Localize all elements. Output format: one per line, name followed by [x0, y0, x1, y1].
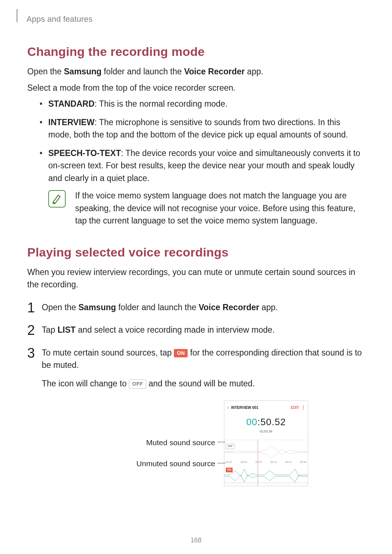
page-number: 168: [0, 535, 392, 545]
text: Open the: [42, 303, 78, 312]
off-badge-icon: OFF: [129, 379, 146, 389]
tick: 00:54: [285, 460, 292, 464]
edit-button[interactable]: EDIT: [291, 405, 299, 410]
mode-list: STANDARD: This is the normal recording m…: [40, 98, 365, 227]
callout-muted-label: Muted sound source: [146, 437, 215, 448]
time-ticks: 00:46 00:48 00:50 00:52 00:54 00:56: [224, 460, 308, 464]
callout-unmuted-label: Unmuted sound source: [136, 458, 215, 469]
figure: Muted sound source Unmuted sound source …: [42, 400, 365, 487]
note-block: If the voice memo system language does n…: [48, 189, 365, 227]
bold-text: Voice Recorder: [184, 67, 245, 76]
text: To mute certain sound sources, tap: [42, 348, 174, 357]
page: Apps and features Changing the recording…: [0, 0, 392, 554]
note-text: If the voice memo system language does n…: [75, 189, 365, 227]
text: app.: [245, 67, 263, 76]
phone-mock: ‹ INTERVIEW 001 EDIT ⋮ 00:50.52 01:02.34: [224, 401, 308, 487]
figure-callouts: Muted sound source Unmuted sound source: [98, 400, 224, 487]
waveform-area: OFF 00:46 00:48 00:50 00:52 00:54: [224, 440, 308, 486]
bold-text: Samsung: [78, 303, 116, 312]
lane-unmuted: ON: [224, 465, 308, 484]
lane-muted: OFF: [224, 442, 308, 460]
tick: 00:46: [226, 460, 232, 464]
text: app.: [259, 303, 278, 312]
tick: 00:48: [241, 460, 247, 464]
time-rest: :50.52: [257, 416, 286, 427]
mode-item-speech: SPEECH-TO-TEXT: The device records your …: [40, 147, 365, 227]
mode-label: SPEECH-TO-TEXT: [48, 148, 121, 158]
tick: 00:56: [300, 460, 306, 464]
text: Tap: [42, 325, 57, 335]
step-1: Open the Samsung folder and launch the V…: [27, 301, 365, 314]
section1-intro: Open the Samsung folder and launch the V…: [27, 65, 365, 78]
bold-text: LIST: [57, 325, 75, 335]
bold-text: Samsung: [64, 67, 102, 76]
time-teal: 00: [246, 416, 257, 427]
waveform-unmuted-icon: [224, 465, 308, 484]
text: and select a voice recording made in int…: [75, 325, 274, 335]
header-rule-icon: [16, 9, 18, 22]
steps-list: Open the Samsung folder and launch the V…: [27, 301, 365, 487]
running-header: Apps and features: [27, 13, 365, 25]
step-3-line2: The icon will change to OFF and the soun…: [42, 377, 365, 390]
tick: 00:52: [270, 460, 277, 464]
step-2: Tap LIST and select a voice recording ma…: [27, 324, 365, 336]
text: Open the: [27, 67, 64, 76]
section-heading-recording-mode: Changing the recording mode: [27, 42, 365, 61]
section2-intro: When you review interview recordings, yo…: [27, 266, 365, 291]
section-heading-playing: Playing selected voice recordings: [27, 243, 365, 262]
text: folder and launch the: [116, 303, 199, 312]
on-badge-icon: ON: [174, 349, 188, 357]
text: The icon will change to: [42, 379, 129, 388]
mute-toggle-off[interactable]: OFF: [226, 444, 234, 449]
mode-label: INTERVIEW: [48, 118, 94, 127]
mode-item-interview: INTERVIEW: The microphone is sensitive t…: [40, 116, 365, 141]
total-time: 01:02.34: [224, 429, 308, 434]
tick: 00:50: [256, 460, 262, 464]
mode-text: : This is the normal recording mode.: [94, 99, 227, 108]
mode-item-standard: STANDARD: This is the normal recording m…: [40, 98, 365, 110]
recording-title: INTERVIEW 001: [231, 405, 258, 410]
waveform-muted-icon: [224, 442, 308, 460]
pencil-note-icon: [51, 193, 63, 205]
section1-para2: Select a mode from the top of the voice …: [27, 82, 365, 94]
bold-text: Voice Recorder: [199, 303, 259, 312]
playback-time: 00:50.52: [224, 415, 308, 429]
breadcrumb: Apps and features: [26, 13, 93, 25]
phone-header: ‹ INTERVIEW 001 EDIT ⋮: [224, 401, 308, 413]
mute-toggle-on[interactable]: ON: [226, 468, 233, 472]
text: folder and launch the: [102, 67, 184, 76]
note-icon: [48, 190, 66, 208]
text: and the sound will be muted.: [146, 379, 255, 388]
step-3: To mute certain sound sources, tap ON fo…: [27, 346, 365, 487]
mode-label: STANDARD: [48, 99, 94, 108]
more-icon[interactable]: ⋮: [301, 407, 305, 408]
back-icon[interactable]: ‹: [227, 404, 229, 411]
